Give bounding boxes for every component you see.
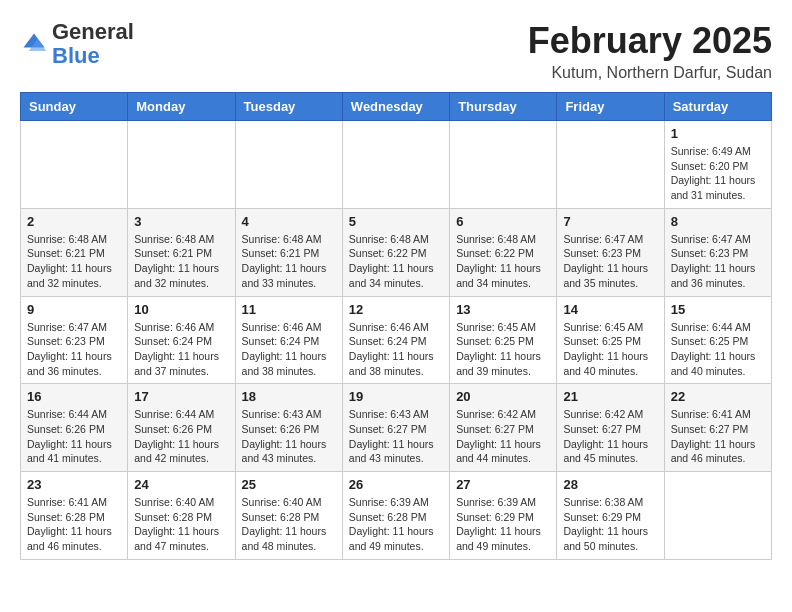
calendar-cell: 6Sunrise: 6:48 AM Sunset: 6:22 PM Daylig… <box>450 208 557 296</box>
calendar-cell: 11Sunrise: 6:46 AM Sunset: 6:24 PM Dayli… <box>235 296 342 384</box>
calendar-cell: 16Sunrise: 6:44 AM Sunset: 6:26 PM Dayli… <box>21 384 128 472</box>
title-area: February 2025 Kutum, Northern Darfur, Su… <box>528 20 772 82</box>
day-number: 19 <box>349 389 443 404</box>
day-info: Sunrise: 6:43 AM Sunset: 6:26 PM Dayligh… <box>242 407 336 466</box>
calendar-cell: 25Sunrise: 6:40 AM Sunset: 6:28 PM Dayli… <box>235 472 342 560</box>
calendar-cell: 4Sunrise: 6:48 AM Sunset: 6:21 PM Daylig… <box>235 208 342 296</box>
calendar-cell: 17Sunrise: 6:44 AM Sunset: 6:26 PM Dayli… <box>128 384 235 472</box>
calendar-cell <box>342 121 449 209</box>
logo-icon <box>20 30 48 58</box>
calendar-cell: 21Sunrise: 6:42 AM Sunset: 6:27 PM Dayli… <box>557 384 664 472</box>
calendar-cell: 23Sunrise: 6:41 AM Sunset: 6:28 PM Dayli… <box>21 472 128 560</box>
weekday-header-sunday: Sunday <box>21 93 128 121</box>
calendar-cell: 3Sunrise: 6:48 AM Sunset: 6:21 PM Daylig… <box>128 208 235 296</box>
weekday-header-saturday: Saturday <box>664 93 771 121</box>
week-row-3: 9Sunrise: 6:47 AM Sunset: 6:23 PM Daylig… <box>21 296 772 384</box>
day-number: 12 <box>349 302 443 317</box>
day-info: Sunrise: 6:38 AM Sunset: 6:29 PM Dayligh… <box>563 495 657 554</box>
calendar-cell <box>128 121 235 209</box>
day-number: 11 <box>242 302 336 317</box>
calendar-cell: 8Sunrise: 6:47 AM Sunset: 6:23 PM Daylig… <box>664 208 771 296</box>
day-number: 13 <box>456 302 550 317</box>
day-info: Sunrise: 6:47 AM Sunset: 6:23 PM Dayligh… <box>671 232 765 291</box>
day-number: 10 <box>134 302 228 317</box>
week-row-1: 1Sunrise: 6:49 AM Sunset: 6:20 PM Daylig… <box>21 121 772 209</box>
day-number: 3 <box>134 214 228 229</box>
day-number: 4 <box>242 214 336 229</box>
calendar-cell: 13Sunrise: 6:45 AM Sunset: 6:25 PM Dayli… <box>450 296 557 384</box>
day-info: Sunrise: 6:44 AM Sunset: 6:26 PM Dayligh… <box>27 407 121 466</box>
calendar-table: SundayMondayTuesdayWednesdayThursdayFrid… <box>20 92 772 560</box>
day-info: Sunrise: 6:39 AM Sunset: 6:28 PM Dayligh… <box>349 495 443 554</box>
calendar-cell <box>557 121 664 209</box>
calendar-cell: 1Sunrise: 6:49 AM Sunset: 6:20 PM Daylig… <box>664 121 771 209</box>
day-info: Sunrise: 6:42 AM Sunset: 6:27 PM Dayligh… <box>563 407 657 466</box>
weekday-header-tuesday: Tuesday <box>235 93 342 121</box>
weekday-header-wednesday: Wednesday <box>342 93 449 121</box>
calendar-cell: 15Sunrise: 6:44 AM Sunset: 6:25 PM Dayli… <box>664 296 771 384</box>
calendar-cell: 7Sunrise: 6:47 AM Sunset: 6:23 PM Daylig… <box>557 208 664 296</box>
weekday-header-friday: Friday <box>557 93 664 121</box>
calendar-cell <box>21 121 128 209</box>
day-info: Sunrise: 6:47 AM Sunset: 6:23 PM Dayligh… <box>27 320 121 379</box>
weekday-header-row: SundayMondayTuesdayWednesdayThursdayFrid… <box>21 93 772 121</box>
week-row-4: 16Sunrise: 6:44 AM Sunset: 6:26 PM Dayli… <box>21 384 772 472</box>
day-info: Sunrise: 6:42 AM Sunset: 6:27 PM Dayligh… <box>456 407 550 466</box>
day-info: Sunrise: 6:41 AM Sunset: 6:28 PM Dayligh… <box>27 495 121 554</box>
calendar-cell: 22Sunrise: 6:41 AM Sunset: 6:27 PM Dayli… <box>664 384 771 472</box>
calendar-cell: 5Sunrise: 6:48 AM Sunset: 6:22 PM Daylig… <box>342 208 449 296</box>
day-number: 25 <box>242 477 336 492</box>
day-number: 17 <box>134 389 228 404</box>
day-number: 8 <box>671 214 765 229</box>
month-title: February 2025 <box>528 20 772 62</box>
day-info: Sunrise: 6:47 AM Sunset: 6:23 PM Dayligh… <box>563 232 657 291</box>
location-title: Kutum, Northern Darfur, Sudan <box>528 64 772 82</box>
day-info: Sunrise: 6:46 AM Sunset: 6:24 PM Dayligh… <box>134 320 228 379</box>
calendar-cell: 19Sunrise: 6:43 AM Sunset: 6:27 PM Dayli… <box>342 384 449 472</box>
day-number: 6 <box>456 214 550 229</box>
calendar-cell: 10Sunrise: 6:46 AM Sunset: 6:24 PM Dayli… <box>128 296 235 384</box>
day-number: 28 <box>563 477 657 492</box>
calendar-cell <box>450 121 557 209</box>
calendar-cell: 14Sunrise: 6:45 AM Sunset: 6:25 PM Dayli… <box>557 296 664 384</box>
calendar-cell: 24Sunrise: 6:40 AM Sunset: 6:28 PM Dayli… <box>128 472 235 560</box>
logo-general-text: General <box>52 19 134 44</box>
calendar-cell <box>235 121 342 209</box>
day-info: Sunrise: 6:48 AM Sunset: 6:22 PM Dayligh… <box>349 232 443 291</box>
day-number: 20 <box>456 389 550 404</box>
day-info: Sunrise: 6:46 AM Sunset: 6:24 PM Dayligh… <box>242 320 336 379</box>
calendar-cell: 18Sunrise: 6:43 AM Sunset: 6:26 PM Dayli… <box>235 384 342 472</box>
day-info: Sunrise: 6:39 AM Sunset: 6:29 PM Dayligh… <box>456 495 550 554</box>
day-number: 1 <box>671 126 765 141</box>
day-info: Sunrise: 6:48 AM Sunset: 6:22 PM Dayligh… <box>456 232 550 291</box>
day-info: Sunrise: 6:45 AM Sunset: 6:25 PM Dayligh… <box>456 320 550 379</box>
day-info: Sunrise: 6:43 AM Sunset: 6:27 PM Dayligh… <box>349 407 443 466</box>
weekday-header-monday: Monday <box>128 93 235 121</box>
day-info: Sunrise: 6:44 AM Sunset: 6:25 PM Dayligh… <box>671 320 765 379</box>
day-number: 16 <box>27 389 121 404</box>
day-number: 18 <box>242 389 336 404</box>
week-row-5: 23Sunrise: 6:41 AM Sunset: 6:28 PM Dayli… <box>21 472 772 560</box>
calendar-cell: 20Sunrise: 6:42 AM Sunset: 6:27 PM Dayli… <box>450 384 557 472</box>
calendar-cell: 27Sunrise: 6:39 AM Sunset: 6:29 PM Dayli… <box>450 472 557 560</box>
day-info: Sunrise: 6:40 AM Sunset: 6:28 PM Dayligh… <box>242 495 336 554</box>
day-number: 22 <box>671 389 765 404</box>
day-number: 24 <box>134 477 228 492</box>
week-row-2: 2Sunrise: 6:48 AM Sunset: 6:21 PM Daylig… <box>21 208 772 296</box>
calendar-cell: 12Sunrise: 6:46 AM Sunset: 6:24 PM Dayli… <box>342 296 449 384</box>
day-number: 7 <box>563 214 657 229</box>
day-info: Sunrise: 6:44 AM Sunset: 6:26 PM Dayligh… <box>134 407 228 466</box>
day-info: Sunrise: 6:40 AM Sunset: 6:28 PM Dayligh… <box>134 495 228 554</box>
day-info: Sunrise: 6:48 AM Sunset: 6:21 PM Dayligh… <box>242 232 336 291</box>
calendar-cell <box>664 472 771 560</box>
day-info: Sunrise: 6:45 AM Sunset: 6:25 PM Dayligh… <box>563 320 657 379</box>
logo-blue-text: Blue <box>52 43 100 68</box>
day-info: Sunrise: 6:48 AM Sunset: 6:21 PM Dayligh… <box>27 232 121 291</box>
day-number: 26 <box>349 477 443 492</box>
calendar-cell: 2Sunrise: 6:48 AM Sunset: 6:21 PM Daylig… <box>21 208 128 296</box>
day-number: 5 <box>349 214 443 229</box>
day-number: 15 <box>671 302 765 317</box>
day-info: Sunrise: 6:41 AM Sunset: 6:27 PM Dayligh… <box>671 407 765 466</box>
day-number: 9 <box>27 302 121 317</box>
day-number: 21 <box>563 389 657 404</box>
